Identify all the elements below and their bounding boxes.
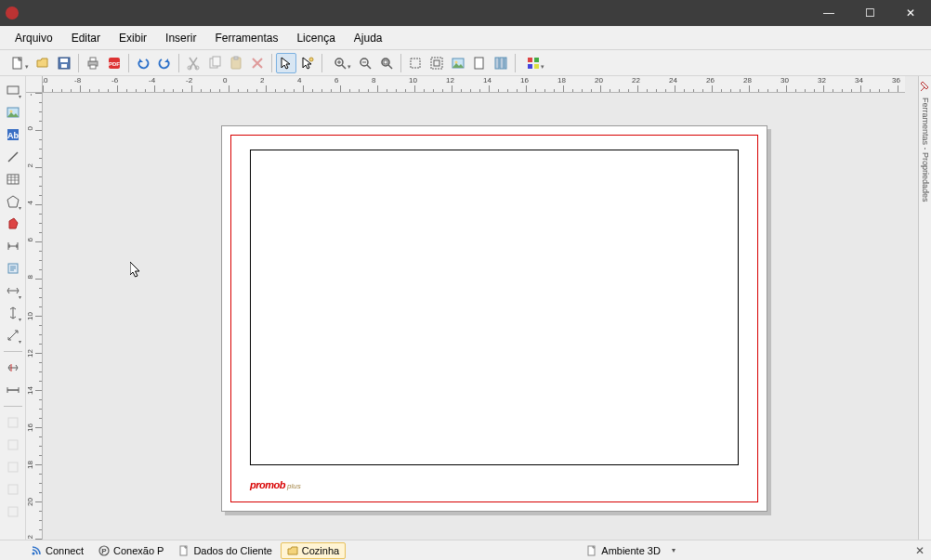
folder-icon [287, 545, 298, 556]
rectangle-tool[interactable] [3, 80, 23, 100]
delete-button [247, 53, 268, 73]
svg-rect-29 [528, 58, 532, 62]
note-tool[interactable] [3, 258, 23, 279]
status-tab-conexão-p[interactable]: PConexão P [92, 542, 170, 559]
svg-rect-26 [495, 58, 499, 69]
save-button[interactable] [54, 53, 74, 73]
shape-tool[interactable] [3, 191, 23, 212]
table-tool[interactable] [3, 169, 23, 189]
group1-tool [3, 412, 23, 433]
svg-rect-38 [7, 175, 19, 184]
cut-button [183, 53, 203, 73]
canvas[interactable]: promobplus [43, 93, 905, 540]
zoom-out-button[interactable] [355, 53, 375, 73]
status-tab-dados-do-cliente[interactable]: Dados do Cliente [172, 542, 278, 559]
svg-rect-2 [60, 59, 68, 62]
status-bar: ConnectPConexão PDados do ClienteCozinha… [0, 540, 931, 560]
menu-bar: ArquivoEditarExibirInserirFerramentasLic… [0, 26, 931, 50]
menu-editar[interactable]: Editar [62, 28, 110, 48]
menu-licença[interactable]: Licença [287, 28, 344, 48]
svg-text:P: P [101, 547, 107, 555]
text-box-tool[interactable]: Ab [3, 124, 23, 145]
image-button[interactable] [448, 53, 468, 73]
canvas-area[interactable]: -10-8-6-4-202468101214161820222426283032… [26, 76, 918, 540]
page-dropdown-button[interactable]: ▾ [669, 546, 678, 554]
right-dock-label[interactable]: Ferramentas - Propriedades [921, 98, 930, 202]
page-button[interactable] [469, 53, 490, 73]
menu-exibir[interactable]: Exibir [110, 28, 156, 48]
image-tool[interactable] [3, 102, 23, 123]
svg-rect-28 [505, 58, 506, 69]
right-dock-collapsed[interactable]: Ferramentas - Propriedades [918, 76, 931, 540]
scissors-tool[interactable] [3, 358, 23, 378]
pin-icon[interactable] [921, 82, 930, 91]
menu-ajuda[interactable]: Ajuda [345, 28, 392, 48]
dimension-tool[interactable] [3, 236, 23, 256]
work-area: Ab -10-8-6-4-202468101214161820222426283… [0, 76, 931, 540]
main-toolbar: PDF [0, 50, 931, 76]
doc-icon [586, 545, 597, 556]
copy-button [204, 53, 225, 73]
maximize-button[interactable]: ☐ [849, 0, 890, 26]
svg-rect-41 [8, 440, 18, 449]
line-tool[interactable] [3, 147, 23, 167]
svg-rect-19 [384, 60, 387, 64]
hline-tool[interactable] [3, 380, 23, 400]
pdf-button[interactable]: PDF [104, 53, 125, 73]
zoom-fit-button[interactable] [376, 53, 397, 73]
undo-button[interactable] [133, 53, 153, 73]
svg-rect-42 [8, 462, 18, 472]
svg-rect-30 [534, 58, 539, 62]
direct-select-button[interactable] [297, 53, 318, 73]
print-button[interactable] [83, 53, 103, 73]
logo-sub: plus [287, 482, 301, 490]
status-tab-label: Ambiente 3D [601, 545, 661, 556]
page[interactable]: promobplus [221, 125, 767, 512]
svg-rect-21 [431, 58, 442, 69]
columns-button[interactable] [491, 53, 511, 73]
zoom-in-button[interactable] [326, 53, 354, 73]
logo-brand: promob [250, 479, 285, 490]
status-tab-cozinha[interactable]: Cozinha [281, 542, 346, 559]
svg-rect-3 [61, 64, 67, 68]
dim-vertical-tool[interactable] [3, 303, 23, 323]
status-tab-ambiente-3d[interactable]: Ambiente 3D [580, 542, 667, 559]
svg-text:Ab: Ab [7, 131, 19, 140]
crop1-button[interactable] [405, 53, 426, 73]
horizontal-ruler: -10-8-6-4-202468101214161820222426283032… [43, 76, 905, 93]
swatches-button[interactable] [519, 53, 547, 73]
crop2-button[interactable] [426, 53, 447, 73]
ruler-corner [26, 76, 43, 93]
status-tab-label: Cozinha [302, 545, 339, 556]
svg-text:PDF: PDF [109, 61, 120, 67]
group5-tool [3, 501, 23, 522]
svg-point-18 [382, 59, 389, 66]
svg-rect-32 [534, 64, 539, 69]
close-button[interactable]: ✕ [890, 0, 931, 26]
polygon-tool[interactable] [3, 214, 23, 234]
redo-button[interactable] [154, 53, 175, 73]
svg-rect-33 [7, 86, 19, 94]
dim-horizontal-tool[interactable] [3, 280, 23, 301]
open-button[interactable] [33, 53, 53, 73]
dim-align-tool[interactable] [3, 325, 23, 345]
minimize-button[interactable]: — [808, 0, 849, 26]
rss-icon [31, 545, 42, 556]
menu-arquivo[interactable]: Arquivo [6, 28, 62, 48]
page-logo: promobplus [250, 479, 301, 490]
svg-rect-12 [213, 57, 220, 66]
page-content-frame [250, 150, 739, 465]
svg-rect-31 [528, 64, 532, 69]
vertical-ruler: -2024681012141618202224 [26, 93, 43, 540]
pointer-button[interactable] [276, 53, 296, 73]
menu-ferramentas[interactable]: Ferramentas [205, 28, 287, 48]
status-close-button[interactable]: ✕ [912, 543, 927, 558]
menu-inserir[interactable]: Inserir [156, 28, 205, 48]
new-button[interactable] [4, 53, 32, 73]
svg-rect-27 [500, 58, 504, 69]
status-tab-label: Connect [46, 545, 84, 556]
title-bar: — ☐ ✕ [0, 0, 931, 26]
group2-tool [3, 435, 23, 455]
group3-tool [3, 457, 23, 477]
status-tab-connect[interactable]: Connect [24, 542, 90, 559]
